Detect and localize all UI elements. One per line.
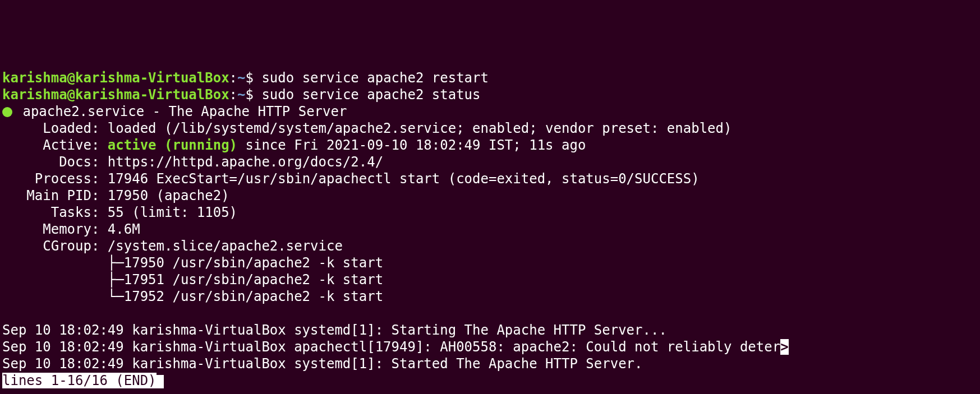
prompt-path: ~ [237, 87, 245, 103]
log-line: Sep 10 18:02:49 karishma-VirtualBox apac… [2, 339, 780, 355]
cgroup-tree: └─17952 /usr/sbin/apache2 -k start [2, 289, 383, 304]
pager-status: lines 1-16/16 (END) [2, 373, 157, 388]
tasks-label: Tasks: [2, 205, 108, 220]
more-indicator: > [780, 339, 788, 355]
prompt-path: ~ [237, 70, 245, 86]
status-dot-icon [2, 107, 12, 117]
process-value: 17946 ExecStart=/usr/sbin/apachectl star… [108, 171, 700, 187]
prompt-dollar: $ [245, 70, 253, 86]
log-line: Sep 10 18:02:49 karishma-VirtualBox syst… [2, 322, 667, 338]
cgroup-value: /system.slice/apache2.service [108, 238, 343, 254]
command-text: sudo service apache2 status [254, 87, 481, 103]
cgroup-label: CGroup: [2, 238, 108, 254]
terminal-output[interactable]: karishma@karishma-VirtualBox:~$ sudo ser… [2, 69, 978, 389]
memory-label: Memory: [2, 221, 108, 237]
mainpid-value: 17950 (apache2) [108, 188, 229, 203]
log-line: Sep 10 18:02:49 karishma-VirtualBox syst… [2, 356, 643, 372]
prompt-user-host: karishma@karishma-VirtualBox [2, 70, 229, 86]
cursor-icon [157, 375, 164, 388]
mainpid-label: Main PID: [2, 188, 108, 203]
process-label: Process: [2, 171, 108, 187]
prompt-user-host: karishma@karishma-VirtualBox [2, 87, 229, 103]
service-header: apache2.service - The Apache HTTP Server [15, 104, 347, 119]
cgroup-tree: ├─17950 /usr/sbin/apache2 -k start [2, 255, 383, 271]
loaded-value: loaded (/lib/systemd/system/apache2.serv… [108, 120, 732, 136]
docs-label: Docs: [2, 154, 108, 170]
tasks-value: 55 (limit: 1105) [108, 205, 237, 220]
prompt-dollar: $ [245, 87, 253, 103]
cgroup-tree: ├─17951 /usr/sbin/apache2 -k start [2, 272, 383, 288]
prompt-colon: : [229, 70, 237, 86]
prompt-colon: : [229, 87, 237, 103]
docs-value: https://httpd.apache.org/docs/2.4/ [108, 154, 383, 170]
active-value: since Fri 2021-09-10 18:02:49 IST; 11s a… [237, 137, 586, 153]
loaded-label: Loaded: [2, 120, 108, 136]
active-status: active (running) [108, 137, 237, 153]
command-text: sudo service apache2 restart [254, 70, 489, 86]
active-label: Active: [2, 137, 108, 153]
memory-value: 4.6M [108, 221, 140, 237]
